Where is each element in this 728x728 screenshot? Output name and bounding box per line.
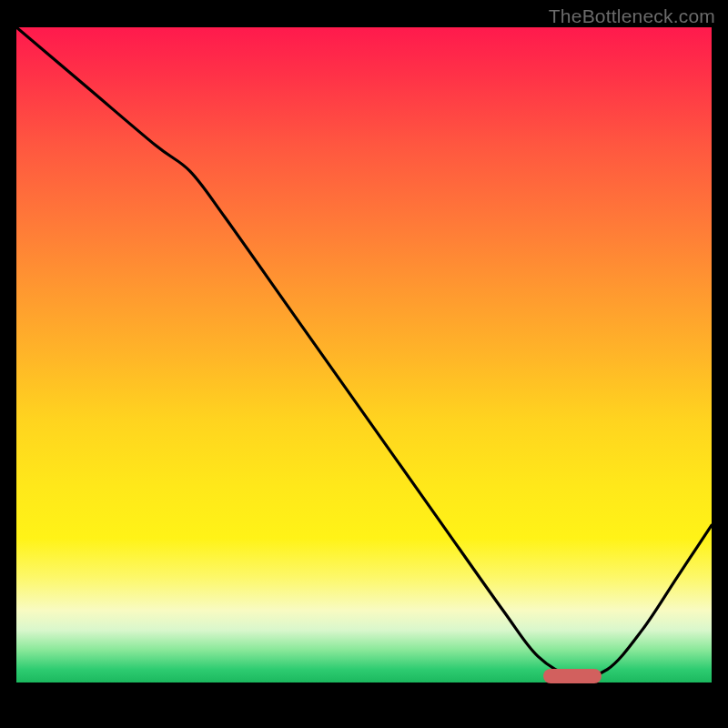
plot-area [16,27,712,712]
chart-frame [16,27,712,712]
baseline-strip [16,682,712,712]
optimal-range-marker [543,669,602,683]
watermark-text: TheBottleneck.com [549,5,715,27]
background-gradient [16,27,712,682]
